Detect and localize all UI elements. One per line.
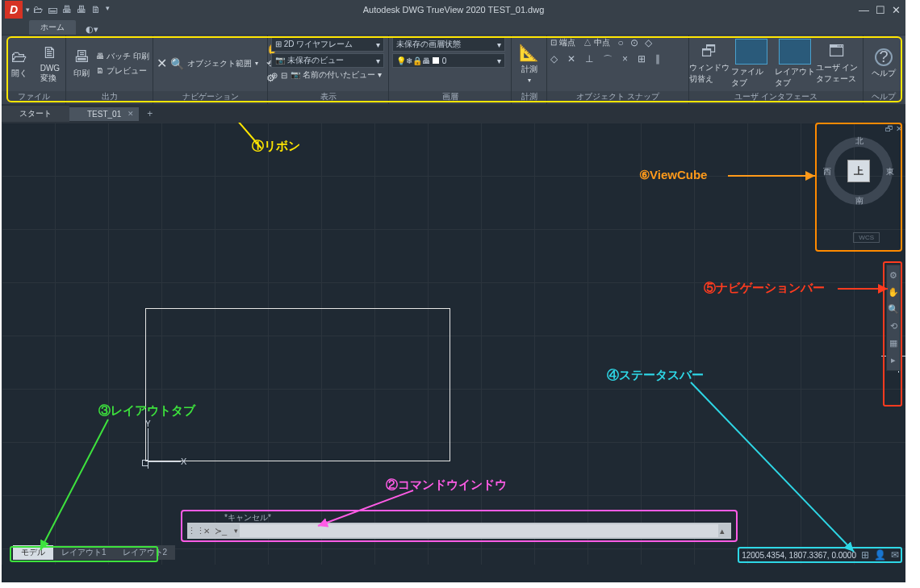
- osnap-icon-5[interactable]: ×: [622, 53, 628, 67]
- app-logo-icon[interactable]: D: [5, 1, 23, 19]
- window-title: Autodesk DWG TrueView 2020 TEST_01.dwg: [363, 5, 545, 15]
- osnap-icon-4[interactable]: ⌒: [603, 53, 613, 67]
- ribbon-tab-home[interactable]: ホーム: [29, 20, 76, 35]
- file-tab-test01[interactable]: TEST_01✕: [69, 107, 139, 121]
- ucs-x-label: X: [181, 457, 186, 466]
- zoom-extents-button[interactable]: ✕🔍オブジェクト範囲 ▾: [157, 56, 258, 71]
- maximize-button[interactable]: ☐: [876, 4, 885, 16]
- saved-view-dropdown[interactable]: 📷 未保存のビュー▾: [271, 53, 384, 68]
- minimize-button[interactable]: —: [859, 4, 869, 16]
- drawing-canvas[interactable]: 🗗 ✕ Y X 上 北 南 西 東 WCS ⚙ ✋ 🔍 ⟲ ▦ ▸: [2, 123, 905, 565]
- open-button[interactable]: 🗁開く: [5, 48, 35, 79]
- panel-title-measure: 計測: [512, 91, 546, 104]
- qat-plot-icon[interactable]: 🖶: [77, 4, 86, 15]
- annotation-navbar-outline: [883, 261, 902, 407]
- osnap-icon-7[interactable]: ∥: [655, 53, 660, 67]
- visual-style-dropdown[interactable]: ⊞ 2D ワイヤフレーム▾: [271, 37, 384, 52]
- help-button[interactable]: ?ヘルプ: [867, 48, 901, 79]
- drawing-rectangle: [145, 308, 450, 461]
- file-tabs: スタート TEST_01✕ +: [2, 105, 905, 123]
- app-window: D ▾ 🗁 🖴 🖶 🖶 🗎 ▾ Autodesk DWG TrueView 20…: [2, 0, 905, 582]
- panel-title-osnap: オブジェクト スナップ: [547, 91, 688, 104]
- osnap-center-icon[interactable]: ○: [618, 37, 624, 48]
- named-views-button[interactable]: 📷 名前の付いたビュー ▾: [291, 69, 382, 81]
- addins-icon[interactable]: ◐▾: [86, 24, 98, 35]
- panel-title-help: ヘルプ: [864, 91, 904, 104]
- qat-preview-icon[interactable]: 🗎: [91, 4, 101, 15]
- titlebar: D ▾ 🗁 🖴 🖶 🖶 🗎 ▾ Autodesk DWG TrueView 20…: [2, 0, 905, 19]
- osnap-endpoint-button[interactable]: ⊡ 端点: [550, 37, 575, 48]
- file-tab-start[interactable]: スタート: [2, 106, 69, 122]
- osnap-midpoint-button[interactable]: △ 中点: [583, 37, 610, 48]
- panel-title-view: 表示: [268, 91, 388, 104]
- batch-print-button[interactable]: 🖶 バッチ 印刷: [96, 51, 149, 62]
- quick-access-toolbar: 🗁 🖴 🖶 🖶 🗎 ▾: [33, 4, 110, 15]
- panel-title-file: ファイル: [2, 91, 65, 104]
- osnap-icon-3[interactable]: ⊥: [585, 53, 593, 67]
- ribbon: 🗁開く 🗎DWG 変換 ファイル 🖶印刷 🖶 バッチ 印刷 🗎 プレビュー 出力…: [2, 35, 905, 105]
- annotation-layout-outline: [10, 546, 158, 562]
- qat-print-icon[interactable]: 🖶: [62, 4, 72, 15]
- layer-dropdown[interactable]: 💡❄🔒🖶 0▾: [392, 53, 505, 68]
- view-icon-2[interactable]: ⊟: [281, 71, 287, 80]
- panel-title-ui: ユーザ インタフェース: [689, 91, 863, 104]
- osnap-icon-2[interactable]: ✕: [567, 53, 575, 67]
- dwg-convert-button[interactable]: 🗎DWG 変換: [38, 44, 62, 84]
- osnap-node-icon[interactable]: ◇: [645, 37, 652, 48]
- new-tab-button[interactable]: +: [139, 106, 161, 122]
- annotation-cmdline-outline: [181, 510, 738, 542]
- filetab-toggle-button[interactable]: ファイル タブ: [731, 39, 772, 89]
- preview-button[interactable]: 🗎 プレビュー: [96, 65, 149, 77]
- window-switch-button[interactable]: 🗗ウィンドウ 切替え: [692, 42, 726, 85]
- close-button[interactable]: ✕: [892, 4, 901, 16]
- annotation-status-outline: [738, 547, 902, 563]
- layer-state-dropdown[interactable]: 未保存の画層状態▾: [392, 37, 505, 52]
- qat-save-icon[interactable]: 🖴: [48, 4, 57, 15]
- osnap-geo-icon[interactable]: ⊙: [630, 37, 638, 48]
- panel-title-nav: ナビゲーション: [153, 91, 267, 104]
- osnap-icon-6[interactable]: ⊞: [638, 53, 646, 67]
- close-tab-icon[interactable]: ✕: [128, 110, 134, 118]
- annotation-viewcube-outline: [815, 123, 902, 252]
- qat-more-icon[interactable]: ▾: [106, 4, 110, 15]
- ribbon-tabs: ホーム ◐▾: [2, 19, 905, 35]
- panel-title-output: 出力: [66, 91, 153, 104]
- view-icon-1[interactable]: ⊕: [271, 71, 278, 80]
- user-interface-button[interactable]: 🗔ユーザ イン タフェース: [818, 42, 855, 85]
- osnap-icon-1[interactable]: ◇: [550, 53, 558, 67]
- print-button[interactable]: 🖶印刷: [69, 48, 93, 79]
- measure-button[interactable]: 📐計測▾: [515, 43, 543, 84]
- panel-title-layer: 画層: [389, 91, 511, 104]
- layouttab-toggle-button[interactable]: レイアウト タブ: [776, 39, 813, 89]
- qat-open-icon[interactable]: 🗁: [33, 4, 43, 15]
